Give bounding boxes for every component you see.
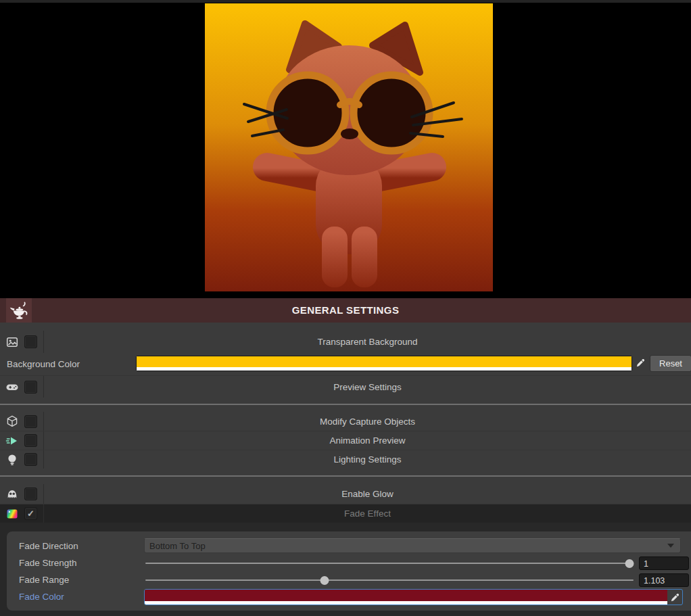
lightbulb-icon — [5, 453, 19, 467]
row-label: Animation Preview — [44, 435, 691, 446]
row-label: Transparent Background — [44, 337, 691, 347]
fade-strength-value-field[interactable]: 1 — [639, 556, 689, 570]
reset-button[interactable]: Reset — [650, 355, 691, 372]
eyedropper-icon[interactable] — [633, 356, 648, 370]
fade-color-swatch[interactable] — [144, 589, 683, 605]
render-preview — [205, 3, 493, 291]
background-color-label: Background Color — [7, 359, 80, 369]
fade-range-slider-handle[interactable] — [320, 576, 329, 585]
fade-direction-value: Bottom To Top — [149, 541, 667, 551]
row-background-color: Background Color Reset — [0, 353, 691, 375]
row-enable-glow[interactable]: Enable Glow — [0, 484, 691, 504]
background-color-swatch[interactable] — [136, 356, 632, 371]
row-transparent-background[interactable]: Transparent Background — [0, 331, 691, 353]
group-divider — [0, 404, 691, 405]
cat-preview-image — [205, 3, 493, 291]
fade-direction-dropdown[interactable]: Bottom To Top — [144, 538, 681, 553]
fade-range-value-field[interactable]: 1.103 — [639, 573, 689, 587]
background-color-value — [137, 356, 632, 367]
transparent-background-checkbox[interactable] — [24, 335, 37, 348]
row-label: Modify Capture Objects — [44, 417, 691, 427]
row-label: Preview Settings — [44, 382, 691, 392]
row-label: Enable Glow — [44, 489, 691, 499]
capture-tool-window: GENERAL SETTINGS Transparent Background … — [0, 0, 691, 616]
preview-settings-checkbox[interactable] — [24, 381, 37, 394]
row-label: Fade Effect — [44, 508, 691, 519]
general-settings-header: GENERAL SETTINGS — [0, 298, 691, 323]
group-divider — [0, 475, 691, 477]
fade-range-slider[interactable] — [145, 579, 634, 581]
alpha-bar — [137, 367, 632, 371]
motion-play-icon — [5, 434, 19, 448]
ghost-glow-icon — [5, 488, 19, 501]
chevron-down-icon — [667, 544, 674, 548]
fade-strength-slider-handle[interactable] — [625, 559, 634, 568]
fade-color-value — [145, 590, 667, 601]
checkmark-icon: ✓ — [27, 509, 34, 518]
fade-strength-label: Fade Strength — [19, 558, 77, 568]
fade-effect-panel: Fade Direction Bottom To Top Fade Streng… — [7, 531, 691, 611]
modify-capture-objects-checkbox[interactable] — [24, 415, 37, 428]
alpha-bar — [145, 601, 667, 605]
eyedropper-icon[interactable] — [667, 590, 682, 605]
row-preview-settings[interactable]: Preview Settings — [0, 375, 691, 398]
row-fade-effect[interactable]: ✓ Fade Effect — [0, 504, 691, 523]
row-label: Lighting Settings — [44, 454, 691, 465]
cube-icon — [5, 414, 19, 428]
row-animation-preview[interactable]: Animation Preview — [0, 431, 691, 450]
fade-color-label: Fade Color — [19, 592, 64, 602]
row-lighting-settings[interactable]: Lighting Settings — [0, 450, 691, 469]
fade-range-label: Fade Range — [19, 575, 69, 585]
lighting-settings-checkbox[interactable] — [24, 453, 37, 466]
panel-title: GENERAL SETTINGS — [0, 298, 691, 323]
row-modify-capture-objects[interactable]: Modify Capture Objects — [0, 412, 691, 431]
gamepad-icon — [5, 380, 19, 394]
fade-effect-checkbox[interactable]: ✓ — [24, 507, 37, 520]
window-top-strip — [0, 0, 691, 3]
enable-glow-checkbox[interactable] — [24, 488, 37, 500]
fade-strength-slider[interactable] — [145, 563, 634, 564]
animation-preview-checkbox[interactable] — [24, 434, 37, 447]
image-icon — [5, 335, 19, 349]
fade-direction-label: Fade Direction — [19, 541, 78, 551]
fade-panel-zone: Fade Direction Bottom To Top Fade Streng… — [0, 523, 691, 616]
gradient-swatch-icon — [5, 507, 19, 521]
